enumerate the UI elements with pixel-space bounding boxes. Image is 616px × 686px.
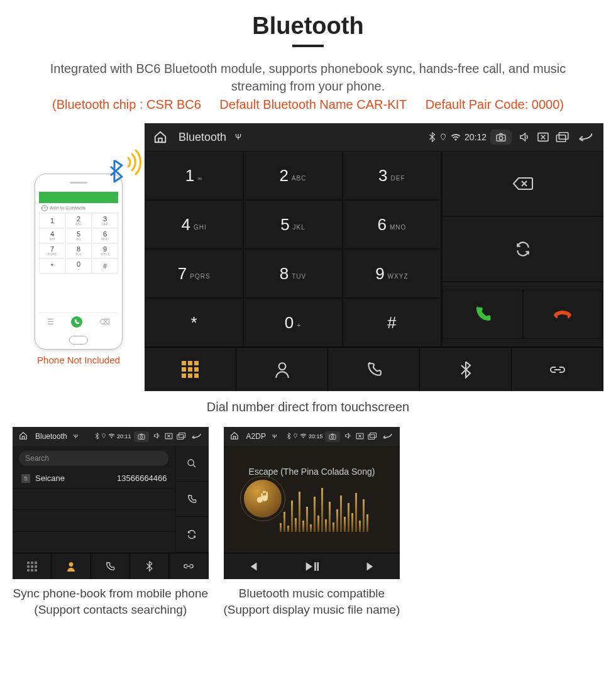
- tab-keypad[interactable]: [145, 348, 236, 391]
- call-button[interactable]: [443, 290, 523, 339]
- svg-rect-4: [559, 133, 568, 139]
- phone-disclaimer: Phone Not Included: [13, 355, 145, 365]
- music-screenshot: A2DP Ψ 20:15: [224, 427, 400, 579]
- screenshot-button[interactable]: [325, 431, 340, 442]
- svg-rect-9: [177, 434, 183, 439]
- recent-apps-button[interactable]: [556, 132, 569, 142]
- description: Integrated with BC6 Bluetooth module, su…: [0, 60, 616, 97]
- side-sync-button[interactable]: [175, 517, 209, 553]
- wifi-icon: [300, 433, 307, 440]
- back-button[interactable]: [576, 132, 595, 142]
- status-time: 20:12: [465, 132, 487, 142]
- svg-point-12: [69, 562, 74, 567]
- tab-call-log[interactable]: [91, 553, 130, 579]
- screenshot-button[interactable]: [490, 130, 512, 145]
- contacts-caption-l1: Sync phone-book from mobile phone: [13, 585, 209, 602]
- smartphone-mockup: +Add to Contacts 12ABC3DEF4GHI5JKL6MNO7P…: [35, 174, 123, 350]
- contacts-search-input[interactable]: Search: [19, 451, 168, 466]
- location-icon: [293, 433, 298, 440]
- recent-apps-button[interactable]: [177, 433, 186, 441]
- svg-rect-3: [556, 135, 565, 141]
- svg-point-14: [331, 436, 334, 438]
- dialer-caption: Dial number direct from touchscreen: [0, 391, 616, 427]
- dialer-screenshot: Bluetooth Ψ 20:12 1∞2ABC3DEF4GHI5JKL6MNO…: [145, 123, 603, 391]
- tab-pair[interactable]: [169, 553, 208, 579]
- home-icon[interactable]: [153, 130, 167, 144]
- side-call-button[interactable]: [175, 482, 209, 517]
- voicemail-icon: ☰: [47, 318, 54, 326]
- status-time: 20:11: [117, 433, 131, 440]
- hangup-button[interactable]: [523, 290, 603, 339]
- tab-bluetooth[interactable]: [130, 553, 169, 579]
- music-controls: [224, 553, 400, 579]
- key-#[interactable]: #: [343, 298, 441, 347]
- screenshot-button[interactable]: [134, 431, 149, 442]
- music-caption-l2: (Support display music file name): [224, 602, 400, 618]
- home-icon[interactable]: [19, 431, 28, 441]
- key-8[interactable]: 8TUV: [243, 249, 342, 298]
- tab-pair[interactable]: [512, 348, 603, 391]
- spec-name: Default Bluetooth Name CAR-KIT: [219, 97, 407, 111]
- bluetooth-status-icon: [429, 132, 436, 142]
- tab-bluetooth[interactable]: [420, 348, 512, 391]
- wifi-icon: [451, 133, 461, 141]
- status-bar-contacts: Bluetooth Ψ 20:11: [13, 427, 209, 446]
- status-app-name: Bluetooth: [179, 131, 226, 144]
- bluetooth-status-icon: [287, 433, 291, 441]
- key-3[interactable]: 3DEF: [343, 151, 441, 200]
- home-icon[interactable]: [230, 431, 239, 441]
- spec-chip: (Bluetooth chip : CSR BC6: [52, 97, 201, 111]
- close-app-button[interactable]: [165, 433, 173, 441]
- volume-button[interactable]: [518, 131, 531, 143]
- add-to-contacts-label: Add to Contacts: [50, 205, 85, 211]
- key-6[interactable]: 6MNO: [343, 200, 441, 249]
- play-pause-button[interactable]: [282, 553, 341, 579]
- key-0[interactable]: 0+: [243, 298, 342, 347]
- location-icon: [101, 433, 106, 440]
- volume-button[interactable]: [153, 432, 161, 441]
- prev-track-button[interactable]: [224, 553, 283, 579]
- side-search-button[interactable]: [175, 446, 209, 482]
- key-*[interactable]: *: [145, 298, 243, 347]
- key-7[interactable]: 7PQRS: [145, 249, 243, 298]
- bottom-tabs: [13, 553, 209, 579]
- svg-point-7: [140, 436, 143, 438]
- key-4[interactable]: 4GHI: [145, 200, 243, 249]
- key-9[interactable]: 9WXYZ: [343, 249, 441, 298]
- bottom-tabs: [145, 347, 603, 391]
- key-5[interactable]: 5JKL: [243, 200, 342, 249]
- svg-rect-10: [179, 433, 185, 437]
- add-icon: +: [41, 205, 48, 211]
- close-app-button[interactable]: [356, 433, 364, 441]
- tab-keypad[interactable]: [13, 553, 52, 579]
- bluetooth-status-icon: [95, 433, 99, 441]
- next-track-button[interactable]: [341, 553, 400, 579]
- audio-visualizer: [280, 488, 368, 532]
- tab-contacts[interactable]: [236, 348, 328, 391]
- key-1[interactable]: 1∞: [145, 151, 243, 200]
- svg-point-5: [278, 363, 285, 370]
- recent-apps-button[interactable]: [368, 433, 377, 441]
- contact-row[interactable]: S Seicane 13566664466: [13, 468, 175, 489]
- key-2[interactable]: 2ABC: [243, 151, 342, 200]
- svg-point-1: [499, 136, 503, 140]
- status-bar-music: A2DP Ψ 20:15: [224, 427, 400, 446]
- tab-contacts[interactable]: [52, 553, 91, 579]
- back-button[interactable]: [381, 433, 393, 441]
- close-app-button[interactable]: [537, 132, 549, 142]
- backspace-button[interactable]: [442, 151, 603, 216]
- music-caption-l1: Bluetooth music compatible: [224, 585, 400, 602]
- usb-icon: Ψ: [235, 133, 241, 141]
- album-art: [240, 476, 285, 521]
- sync-button[interactable]: [442, 216, 603, 282]
- usb-icon: Ψ: [74, 433, 79, 440]
- backspace-icon: ⌫: [99, 318, 110, 326]
- bluetooth-signal-icon: [104, 147, 142, 187]
- tab-call-log[interactable]: [328, 348, 420, 391]
- status-time: 20:15: [309, 433, 323, 440]
- phone-call-button: [71, 316, 82, 328]
- volume-button[interactable]: [344, 432, 352, 441]
- back-button[interactable]: [190, 433, 202, 441]
- status-app-name: A2DP: [246, 432, 266, 441]
- contact-number: 13566664466: [117, 473, 167, 483]
